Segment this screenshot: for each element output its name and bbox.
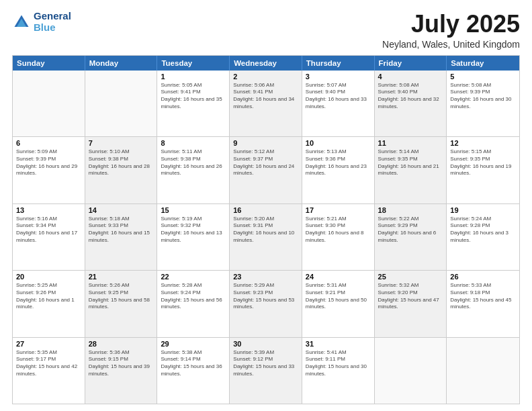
day-number: 12 bbox=[450, 139, 516, 147]
day-number: 31 bbox=[306, 340, 371, 348]
cell-info: Sunrise: 5:05 AM Sunset: 9:41 PM Dayligh… bbox=[161, 82, 226, 111]
cell-info: Sunrise: 5:20 AM Sunset: 9:31 PM Dayligh… bbox=[233, 216, 298, 244]
cell-info: Sunrise: 5:16 AM Sunset: 9:34 PM Dayligh… bbox=[16, 216, 81, 244]
cell-info: Sunrise: 5:07 AM Sunset: 9:40 PM Dayligh… bbox=[306, 82, 371, 111]
cell-info: Sunrise: 5:19 AM Sunset: 9:32 PM Dayligh… bbox=[161, 216, 226, 244]
main-title: July 2025 bbox=[382, 11, 520, 38]
cal-row-2: 6Sunrise: 5:09 AM Sunset: 9:39 PM Daylig… bbox=[13, 136, 519, 203]
cell-info: Sunrise: 5:14 AM Sunset: 9:35 PM Dayligh… bbox=[378, 148, 443, 177]
day-number: 17 bbox=[306, 206, 371, 214]
cell-info: Sunrise: 5:08 AM Sunset: 9:40 PM Dayligh… bbox=[378, 82, 443, 111]
cell-info: Sunrise: 5:39 AM Sunset: 9:12 PM Dayligh… bbox=[233, 349, 298, 378]
logo-line1: General bbox=[34, 11, 71, 22]
day-number: 11 bbox=[378, 139, 443, 147]
day-number: 28 bbox=[89, 340, 154, 348]
cell-info: Sunrise: 5:12 AM Sunset: 9:37 PM Dayligh… bbox=[233, 148, 298, 177]
cal-cell: 13Sunrise: 5:16 AM Sunset: 9:34 PM Dayli… bbox=[13, 204, 85, 270]
day-number: 18 bbox=[378, 206, 443, 214]
logo-text: General Blue bbox=[34, 11, 71, 33]
cal-row-3: 13Sunrise: 5:16 AM Sunset: 9:34 PM Dayli… bbox=[13, 203, 519, 270]
day-number: 3 bbox=[306, 73, 371, 81]
cal-cell: 18Sunrise: 5:22 AM Sunset: 9:29 PM Dayli… bbox=[375, 204, 447, 270]
day-number: 1 bbox=[161, 73, 226, 81]
cell-info: Sunrise: 5:32 AM Sunset: 9:20 PM Dayligh… bbox=[378, 282, 443, 311]
day-number: 19 bbox=[450, 206, 516, 214]
header-day-saturday: Saturday bbox=[447, 56, 519, 71]
day-number: 10 bbox=[306, 139, 371, 147]
logo: General Blue bbox=[12, 11, 71, 33]
cal-cell: 24Sunrise: 5:31 AM Sunset: 9:21 PM Dayli… bbox=[302, 271, 375, 336]
cell-info: Sunrise: 5:10 AM Sunset: 9:38 PM Dayligh… bbox=[89, 148, 154, 177]
day-number: 8 bbox=[161, 139, 226, 147]
day-number: 7 bbox=[89, 139, 154, 147]
cal-cell: 14Sunrise: 5:18 AM Sunset: 9:33 PM Dayli… bbox=[85, 204, 158, 270]
cell-info: Sunrise: 5:36 AM Sunset: 9:15 PM Dayligh… bbox=[89, 349, 154, 378]
day-number: 13 bbox=[16, 206, 81, 214]
page: General Blue July 2025 Neyland, Wales, U… bbox=[0, 0, 532, 411]
day-number: 6 bbox=[16, 139, 81, 147]
day-number: 5 bbox=[450, 73, 516, 81]
cell-info: Sunrise: 5:41 AM Sunset: 9:11 PM Dayligh… bbox=[306, 349, 371, 378]
cal-cell bbox=[447, 338, 519, 404]
cal-cell bbox=[13, 71, 85, 136]
cell-info: Sunrise: 5:31 AM Sunset: 9:21 PM Dayligh… bbox=[306, 282, 371, 311]
cal-cell: 27Sunrise: 5:35 AM Sunset: 9:17 PM Dayli… bbox=[13, 338, 85, 404]
day-number: 2 bbox=[233, 73, 298, 81]
cell-info: Sunrise: 5:24 AM Sunset: 9:28 PM Dayligh… bbox=[450, 216, 516, 244]
cell-info: Sunrise: 5:09 AM Sunset: 9:39 PM Dayligh… bbox=[16, 148, 81, 177]
cal-row-5: 27Sunrise: 5:35 AM Sunset: 9:17 PM Dayli… bbox=[13, 337, 519, 404]
cal-cell: 20Sunrise: 5:25 AM Sunset: 9:26 PM Dayli… bbox=[13, 271, 85, 336]
cal-cell: 30Sunrise: 5:39 AM Sunset: 9:12 PM Dayli… bbox=[230, 338, 302, 404]
cal-cell: 4Sunrise: 5:08 AM Sunset: 9:40 PM Daylig… bbox=[375, 71, 447, 136]
calendar-header: SundayMondayTuesdayWednesdayThursdayFrid… bbox=[13, 56, 519, 71]
cell-info: Sunrise: 5:28 AM Sunset: 9:24 PM Dayligh… bbox=[161, 282, 226, 311]
cal-cell: 26Sunrise: 5:33 AM Sunset: 9:18 PM Dayli… bbox=[447, 271, 519, 336]
cell-info: Sunrise: 5:06 AM Sunset: 9:41 PM Dayligh… bbox=[233, 82, 298, 111]
cell-info: Sunrise: 5:08 AM Sunset: 9:39 PM Dayligh… bbox=[450, 82, 516, 111]
cell-info: Sunrise: 5:25 AM Sunset: 9:26 PM Dayligh… bbox=[16, 282, 81, 311]
header-day-sunday: Sunday bbox=[13, 56, 85, 71]
cell-info: Sunrise: 5:13 AM Sunset: 9:36 PM Dayligh… bbox=[306, 148, 371, 177]
cal-cell: 1Sunrise: 5:05 AM Sunset: 9:41 PM Daylig… bbox=[157, 71, 230, 136]
cal-cell: 9Sunrise: 5:12 AM Sunset: 9:37 PM Daylig… bbox=[230, 137, 302, 203]
cal-cell: 23Sunrise: 5:29 AM Sunset: 9:23 PM Dayli… bbox=[230, 271, 302, 336]
cal-cell: 8Sunrise: 5:11 AM Sunset: 9:38 PM Daylig… bbox=[157, 137, 230, 203]
day-number: 14 bbox=[89, 206, 154, 214]
logo-line2: Blue bbox=[34, 22, 71, 34]
cal-cell: 22Sunrise: 5:28 AM Sunset: 9:24 PM Dayli… bbox=[157, 271, 230, 336]
day-number: 16 bbox=[233, 206, 298, 214]
cell-info: Sunrise: 5:29 AM Sunset: 9:23 PM Dayligh… bbox=[233, 282, 298, 311]
cal-cell: 29Sunrise: 5:38 AM Sunset: 9:14 PM Dayli… bbox=[157, 338, 230, 404]
cal-row-1: 1Sunrise: 5:05 AM Sunset: 9:41 PM Daylig… bbox=[13, 71, 519, 136]
cal-cell: 25Sunrise: 5:32 AM Sunset: 9:20 PM Dayli… bbox=[375, 271, 447, 336]
cal-row-4: 20Sunrise: 5:25 AM Sunset: 9:26 PM Dayli… bbox=[13, 270, 519, 336]
cell-info: Sunrise: 5:35 AM Sunset: 9:17 PM Dayligh… bbox=[16, 349, 81, 378]
cell-info: Sunrise: 5:38 AM Sunset: 9:14 PM Dayligh… bbox=[161, 349, 226, 378]
cal-cell: 2Sunrise: 5:06 AM Sunset: 9:41 PM Daylig… bbox=[230, 71, 302, 136]
cal-cell: 21Sunrise: 5:26 AM Sunset: 9:25 PM Dayli… bbox=[85, 271, 158, 336]
cal-cell: 11Sunrise: 5:14 AM Sunset: 9:35 PM Dayli… bbox=[375, 137, 447, 203]
cal-cell: 3Sunrise: 5:07 AM Sunset: 9:40 PM Daylig… bbox=[302, 71, 375, 136]
day-number: 25 bbox=[378, 273, 443, 281]
cal-cell: 19Sunrise: 5:24 AM Sunset: 9:28 PM Dayli… bbox=[447, 204, 519, 270]
cell-info: Sunrise: 5:22 AM Sunset: 9:29 PM Dayligh… bbox=[378, 216, 443, 244]
cell-info: Sunrise: 5:15 AM Sunset: 9:35 PM Dayligh… bbox=[450, 148, 516, 177]
cell-info: Sunrise: 5:26 AM Sunset: 9:25 PM Dayligh… bbox=[89, 282, 154, 311]
cal-cell bbox=[85, 71, 158, 136]
day-number: 24 bbox=[306, 273, 371, 281]
header: General Blue July 2025 Neyland, Wales, U… bbox=[12, 11, 520, 50]
header-day-thursday: Thursday bbox=[302, 56, 375, 71]
day-number: 30 bbox=[233, 340, 298, 348]
cal-cell: 12Sunrise: 5:15 AM Sunset: 9:35 PM Dayli… bbox=[447, 137, 519, 203]
cal-cell: 6Sunrise: 5:09 AM Sunset: 9:39 PM Daylig… bbox=[13, 137, 85, 203]
cal-cell: 16Sunrise: 5:20 AM Sunset: 9:31 PM Dayli… bbox=[230, 204, 302, 270]
cal-cell: 28Sunrise: 5:36 AM Sunset: 9:15 PM Dayli… bbox=[85, 338, 158, 404]
calendar: SundayMondayTuesdayWednesdayThursdayFrid… bbox=[12, 55, 520, 404]
cal-cell: 7Sunrise: 5:10 AM Sunset: 9:38 PM Daylig… bbox=[85, 137, 158, 203]
cal-cell: 17Sunrise: 5:21 AM Sunset: 9:30 PM Dayli… bbox=[302, 204, 375, 270]
cal-cell: 15Sunrise: 5:19 AM Sunset: 9:32 PM Dayli… bbox=[157, 204, 230, 270]
day-number: 20 bbox=[16, 273, 81, 281]
subtitle: Neyland, Wales, United Kingdom bbox=[382, 39, 520, 50]
day-number: 9 bbox=[233, 139, 298, 147]
cell-info: Sunrise: 5:11 AM Sunset: 9:38 PM Dayligh… bbox=[161, 148, 226, 177]
